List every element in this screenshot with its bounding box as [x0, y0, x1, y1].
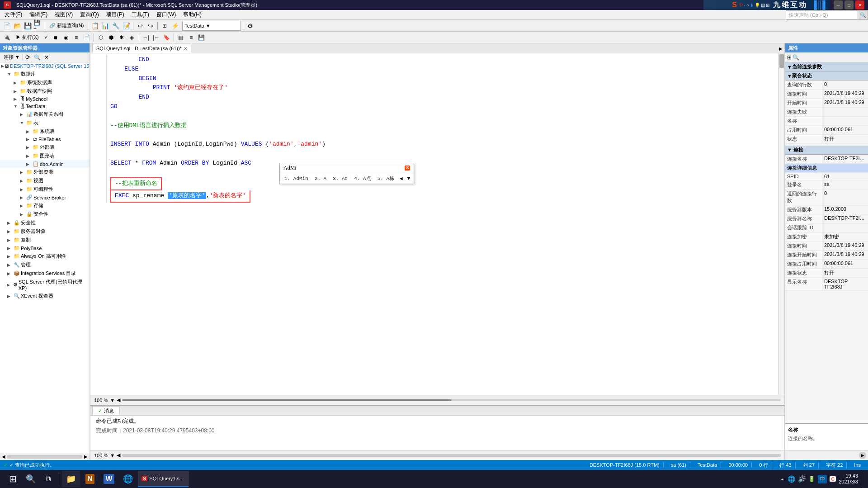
oe-stop-btn[interactable]: ✕: [43, 54, 50, 61]
save-all-btn[interactable]: 💾+: [33, 21, 43, 31]
debug-btn[interactable]: ✓: [42, 33, 50, 43]
quick-search-input[interactable]: 快速启动 (Ctrl+Q): [786, 10, 858, 19]
prop-section-agg[interactable]: ▼ 聚合状态: [785, 71, 868, 81]
taskview-btn[interactable]: ⧉: [40, 471, 56, 487]
ac-item-3[interactable]: 3. Ad: [332, 175, 349, 182]
tree-tables-folder[interactable]: ▼ 📁 表: [0, 118, 90, 127]
prop-section-connection[interactable]: ▼ 当前连接参数: [785, 62, 868, 71]
indent-btn[interactable]: ⬡: [96, 33, 106, 43]
ac-item-4[interactable]: 4. A点: [353, 175, 372, 182]
new-query2-btn[interactable]: 📄: [82, 33, 92, 43]
tree-diagram[interactable]: ▶ 📊 数据库关系图: [0, 110, 90, 118]
maximize-button[interactable]: □: [844, 0, 854, 9]
ac-item-1[interactable]: 1. AdMin: [283, 175, 309, 182]
results-to-text-btn[interactable]: ≡: [186, 33, 196, 43]
toolbar-btn4[interactable]: 📝: [121, 21, 131, 31]
menu-project[interactable]: 项目(P): [103, 10, 128, 19]
open-btn[interactable]: 📂: [12, 21, 22, 31]
tree-filetables[interactable]: ▶ 🗂 FileTables: [0, 136, 90, 143]
prop-scroll-btn[interactable]: ▶: [859, 452, 866, 459]
results-to-grid-btn[interactable]: ▦: [176, 33, 186, 43]
tree-external-resources[interactable]: ▶ 📁 外部资源: [0, 168, 90, 176]
bookmark-btn[interactable]: 🔖: [162, 33, 172, 43]
tree-management[interactable]: ▶ 🔧 管理: [0, 261, 90, 269]
search-taskbar-btn[interactable]: 🔍: [23, 471, 39, 487]
menu-help[interactable]: 帮助(H): [179, 10, 205, 19]
results-to-file-btn[interactable]: 💾: [197, 33, 207, 43]
prop-section-connect[interactable]: ▼ 连接: [785, 146, 868, 155]
ac-nav-next[interactable]: ▼: [407, 176, 410, 181]
db-select[interactable]: TestData ▼: [182, 21, 241, 31]
icon-btn5[interactable]: ⊞: [160, 21, 170, 31]
tray-csdn[interactable]: C: [830, 476, 836, 482]
code-editor[interactable]: END ELSE BEGIN PRINT '该约束已经存在了': [90, 53, 784, 395]
oe-scroll-right[interactable]: ▶: [84, 454, 88, 459]
tree-system-db[interactable]: ▶ 📁 系统数据库: [0, 78, 90, 87]
hscroll-left[interactable]: ◀: [117, 452, 120, 458]
inc-indent-btn[interactable]: →|: [141, 33, 151, 43]
file-explorer-btn[interactable]: 📁: [62, 471, 80, 487]
menu-tools[interactable]: 工具(T): [128, 10, 153, 19]
tree-alwayson[interactable]: ▶ 📁 Always On 高可用性: [0, 252, 90, 261]
tab-scroll-right[interactable]: ▶: [777, 44, 784, 53]
misc-btn[interactable]: ⚙: [245, 21, 255, 31]
tree-testdata[interactable]: ▼ 🗄 TestData: [0, 103, 90, 110]
browser-btn[interactable]: 🌐: [119, 471, 137, 487]
show-desktop-btn[interactable]: [861, 471, 864, 487]
oe-refresh-btn[interactable]: ⟳: [24, 54, 32, 61]
tree-dbo-admin[interactable]: ▶ 📋 dbo.Admin: [0, 160, 90, 168]
ac-item-5[interactable]: 5. A栋: [377, 175, 395, 182]
zoom-dropdown[interactable]: ▼: [110, 398, 115, 403]
tree-server[interactable]: ▶ 🖥 DESKTOP-TF2I68J (SQL Server 15.0...: [0, 62, 90, 70]
clock-display[interactable]: 19:43 2021/3/8: [839, 473, 858, 485]
autocomplete-popup[interactable]: S 1. AdMin 2. A 3. Ad 4. A点 5. A栋 ◀ ▼: [279, 163, 414, 184]
tray-volume[interactable]: 🔊: [798, 475, 806, 483]
tree-service-broker[interactable]: ▶ 🔗 Service Broker: [0, 194, 90, 201]
oe-filter-btn[interactable]: 🔍: [33, 54, 42, 61]
redo-btn[interactable]: ↪: [146, 21, 156, 31]
oe-scroll-left[interactable]: ◀: [2, 454, 5, 459]
zoom-dropdown2[interactable]: ▼: [110, 453, 115, 458]
close-button[interactable]: ✕: [855, 0, 864, 9]
save-btn[interactable]: 💾: [23, 21, 33, 31]
execute-btn[interactable]: ▶ 执行(X): [13, 33, 42, 43]
parse-btn[interactable]: ◉: [61, 33, 71, 43]
tree-polybase[interactable]: ▶ 📁 PolyBase: [0, 244, 90, 252]
ac-item-2[interactable]: 2. A: [314, 175, 327, 182]
ssms-taskbar-btn[interactable]: S SQLQuery1.sql...: [138, 471, 189, 487]
word-btn[interactable]: W: [100, 471, 118, 487]
tray-ime[interactable]: 中: [818, 475, 827, 483]
query-tab[interactable]: SQLQuery1.sql - D...estData (sa (61))* ✕: [92, 44, 191, 53]
undo-btn[interactable]: ↩: [135, 21, 145, 31]
results-tab-messages[interactable]: ✓ 消息: [92, 406, 120, 415]
autocomplete-input[interactable]: [283, 165, 311, 171]
tree-server-objects[interactable]: ▶ 📁 服务器对象: [0, 227, 90, 236]
dec-indent-btn[interactable]: |←: [151, 33, 161, 43]
toolbar-btn3[interactable]: 🔧: [111, 21, 121, 31]
uncomment-btn[interactable]: ◈: [127, 33, 137, 43]
prop-toolbar-icon2[interactable]: 🔍: [793, 54, 799, 61]
new-query-btn[interactable]: 📄: [2, 21, 12, 31]
tree-databases-folder[interactable]: ▼ 📁 数据库: [0, 70, 90, 78]
new-connection-btn[interactable]: 🔗 新建查询(N): [47, 21, 86, 31]
format-btn[interactable]: ≡: [71, 33, 81, 43]
icon-btn6[interactable]: ⚡: [170, 21, 180, 31]
oe-connect-btn[interactable]: 连接 ▼: [2, 54, 22, 61]
menu-view[interactable]: 视图(V): [51, 10, 76, 19]
tree-security-top[interactable]: ▶ 🔒 安全性: [0, 218, 90, 227]
tree-graph-tables[interactable]: ▶ 📁 图形表: [0, 152, 90, 160]
menu-window[interactable]: 窗口(W): [153, 10, 179, 19]
tree-sql-agent[interactable]: ▶ ⚙ SQL Server 代理(已禁用代理 XP): [0, 278, 90, 292]
tray-caret[interactable]: ⏶: [780, 477, 785, 482]
tree-storage[interactable]: ▶ 📁 存储: [0, 201, 90, 210]
tree-db-snapshot[interactable]: ▶ 📁 数据库快照: [0, 87, 90, 95]
menu-edit[interactable]: 编辑(E): [26, 10, 51, 19]
tree-myschool[interactable]: ▶ 🗄 MySchool: [0, 95, 90, 103]
tree-integration-services[interactable]: ▶ 📦 Integration Services 目录: [0, 269, 90, 278]
tree-programmability[interactable]: ▶ 📁 可编程性: [0, 185, 90, 194]
tree-security-sub[interactable]: ▶ 🔒 安全性: [0, 210, 90, 218]
toolbar-btn2[interactable]: 📊: [100, 21, 110, 31]
toolbar-btn1[interactable]: 📋: [90, 21, 100, 31]
tree-sys-tables[interactable]: ▶ 📁 系统表: [0, 127, 90, 136]
notepad-btn[interactable]: N: [81, 471, 99, 487]
